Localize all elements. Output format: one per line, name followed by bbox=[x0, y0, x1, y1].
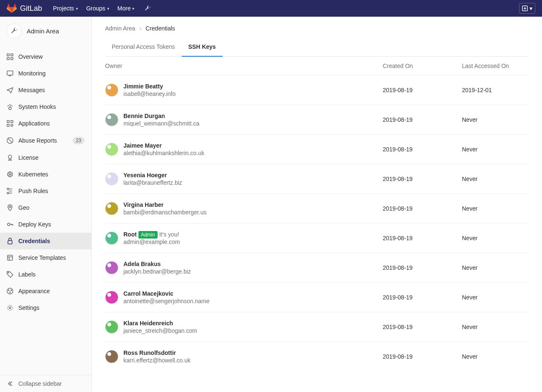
svg-point-25 bbox=[10, 292, 10, 293]
owner-cell: Yesenia Hoeger larita@brauneffertz.biz bbox=[105, 172, 383, 186]
owner-email: jacklyn.bednar@berge.biz bbox=[123, 268, 191, 275]
sidebar-item-label: System Hooks bbox=[18, 103, 85, 110]
owner-name[interactable]: Carrol Macejkovic bbox=[123, 290, 173, 297]
created-on: 2019-08-19 bbox=[383, 146, 462, 153]
owner-name[interactable]: Yesenia Hoeger bbox=[123, 172, 167, 178]
last-accessed: Never bbox=[462, 324, 529, 330]
owner-email: admin@example.com bbox=[123, 239, 180, 245]
owner-name[interactable]: Ross Runolfsdottir bbox=[123, 349, 176, 356]
new-dropdown-button[interactable]: ▾ bbox=[519, 3, 535, 14]
sidebar-item-system-hooks[interactable]: System Hooks bbox=[0, 98, 91, 115]
sidebar-item-deploy-keys[interactable]: Deploy Keys bbox=[0, 216, 91, 233]
avatar[interactable] bbox=[105, 83, 118, 97]
created-on: 2019-08-19 bbox=[383, 176, 462, 182]
sidebar: Admin Area Overview Monitoring Messages … bbox=[0, 17, 92, 392]
owner-name[interactable]: Jimmie Beatty bbox=[123, 83, 163, 90]
table-row: Bennie Durgan miquel_weimann@schmitt.ca … bbox=[105, 105, 529, 134]
sidebar-header[interactable]: Admin Area bbox=[0, 17, 91, 45]
overview-icon bbox=[7, 53, 13, 60]
sidebar-item-label: Overview bbox=[18, 53, 85, 60]
avatar[interactable] bbox=[105, 113, 118, 126]
col-header-owner: Owner bbox=[105, 63, 383, 69]
nav-projects[interactable]: Projects▾ bbox=[49, 5, 82, 12]
avatar[interactable] bbox=[105, 172, 118, 186]
svg-point-6 bbox=[9, 107, 11, 110]
svg-rect-1 bbox=[7, 54, 9, 56]
gitlab-logo-icon bbox=[7, 3, 17, 13]
collapse-sidebar-button[interactable]: Collapse sidebar bbox=[0, 375, 91, 392]
created-on: 2019-08-19 bbox=[383, 235, 462, 241]
avatar[interactable] bbox=[105, 143, 118, 156]
tabs: Personal Access Tokens SSH Keys bbox=[105, 38, 529, 57]
chevron-down-icon: ▾ bbox=[529, 5, 532, 12]
sidebar-item-labels[interactable]: Labels bbox=[0, 266, 91, 283]
sidebar-item-service-templates[interactable]: Service Templates bbox=[0, 249, 91, 266]
svg-rect-20 bbox=[8, 255, 13, 260]
sidebar-item-messages[interactable]: Messages bbox=[0, 82, 91, 98]
table-header-row: Owner Created On Last Accessed On bbox=[105, 57, 529, 75]
owner-name[interactable]: Root bbox=[123, 231, 137, 238]
collapse-label: Collapse sidebar bbox=[18, 380, 62, 387]
sidebar-item-label: Monitoring bbox=[18, 70, 85, 77]
svg-rect-8 bbox=[11, 121, 13, 123]
svg-rect-7 bbox=[7, 121, 9, 123]
sidebar-nav: Overview Monitoring Messages System Hook… bbox=[0, 45, 91, 375]
sidebar-item-label: Applications bbox=[18, 120, 85, 127]
owner-email: janiece_streich@bogan.com bbox=[123, 327, 197, 334]
avatar[interactable] bbox=[105, 320, 118, 334]
logo[interactable]: GitLab bbox=[7, 3, 42, 13]
sidebar-item-label: Deploy Keys bbox=[18, 221, 85, 228]
svg-point-15 bbox=[7, 188, 9, 190]
sidebar-item-abuse-reports[interactable]: Abuse Reports 23 bbox=[0, 132, 91, 149]
sidebar-item-geo[interactable]: Geo bbox=[0, 199, 91, 216]
owner-cell: Adela Brakus jacklyn.bednar@berge.biz bbox=[105, 261, 383, 275]
owner-name[interactable]: Virgina Harber bbox=[123, 201, 163, 208]
avatar[interactable] bbox=[105, 231, 118, 245]
avatar[interactable] bbox=[105, 202, 118, 215]
last-accessed: Never bbox=[462, 294, 529, 301]
table-row: Carrol Macejkovic antoinette@sengerjohns… bbox=[105, 282, 529, 312]
avatar[interactable] bbox=[105, 350, 118, 363]
owner-cell: Carrol Macejkovic antoinette@sengerjohns… bbox=[105, 290, 383, 304]
credentials-icon bbox=[7, 238, 13, 244]
tab-personal-access-tokens[interactable]: Personal Access Tokens bbox=[105, 38, 182, 56]
svg-point-16 bbox=[7, 192, 9, 194]
breadcrumb-root[interactable]: Admin Area bbox=[105, 25, 135, 32]
sidebar-item-monitoring[interactable]: Monitoring bbox=[0, 65, 91, 82]
sidebar-item-overview[interactable]: Overview bbox=[0, 48, 91, 65]
avatar[interactable] bbox=[105, 291, 118, 304]
sidebar-item-push-rules[interactable]: Push Rules bbox=[0, 183, 91, 199]
owner-name[interactable]: Bennie Durgan bbox=[123, 113, 165, 119]
svg-rect-4 bbox=[11, 58, 13, 60]
sidebar-item-label: License bbox=[18, 154, 85, 161]
sidebar-item-label: Messages bbox=[18, 87, 85, 93]
owner-name[interactable]: Klara Heidenreich bbox=[123, 320, 173, 327]
nav-more[interactable]: More▾ bbox=[113, 5, 139, 12]
svg-rect-19 bbox=[8, 241, 12, 244]
last-accessed: Never bbox=[462, 353, 529, 360]
sidebar-item-kubernetes[interactable]: Kubernetes bbox=[0, 166, 91, 183]
created-on: 2019-08-19 bbox=[383, 116, 462, 123]
col-header-created: Created On bbox=[383, 63, 462, 69]
avatar[interactable] bbox=[105, 261, 118, 274]
sidebar-item-badge: 23 bbox=[73, 137, 85, 144]
main-content: Admin Area › Credentials Personal Access… bbox=[92, 17, 542, 392]
sidebar-item-license[interactable]: License bbox=[0, 149, 91, 166]
tab-ssh-keys[interactable]: SSH Keys bbox=[182, 38, 223, 57]
nav-groups[interactable]: Groups▾ bbox=[82, 5, 113, 12]
sidebar-item-applications[interactable]: Applications bbox=[0, 115, 91, 132]
owner-name[interactable]: Jaimee Mayer bbox=[123, 142, 162, 149]
admin-wrench-button[interactable] bbox=[141, 3, 154, 13]
svg-point-23 bbox=[8, 290, 9, 291]
svg-point-26 bbox=[9, 307, 11, 309]
owner-name[interactable]: Adela Brakus bbox=[123, 261, 161, 267]
table-row: RootAdminIt's you! admin@example.com 201… bbox=[105, 223, 529, 253]
created-on: 2019-08-19 bbox=[383, 205, 462, 212]
table-row: Jaimee Mayer alethia@kuhlmankshlerin.co.… bbox=[105, 134, 529, 164]
sidebar-item-appearance[interactable]: Appearance bbox=[0, 283, 91, 299]
sidebar-item-credentials[interactable]: Credentials bbox=[0, 233, 91, 249]
table-row: Ross Runolfsdottir karri.effertz@howell.… bbox=[105, 342, 529, 371]
col-header-last-accessed: Last Accessed On bbox=[462, 63, 529, 69]
owner-email: antoinette@sengerjohnson.name bbox=[123, 298, 209, 304]
sidebar-item-settings[interactable]: Settings bbox=[0, 299, 91, 316]
